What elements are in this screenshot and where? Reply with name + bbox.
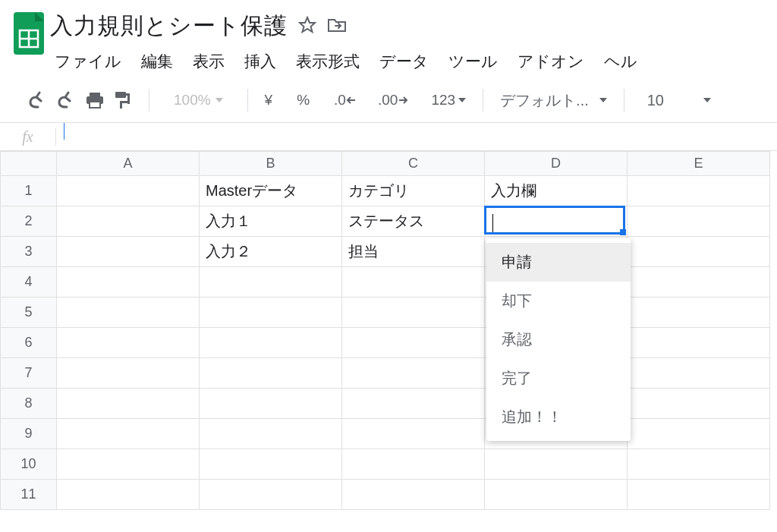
chevron-down-icon xyxy=(458,98,466,102)
dropdown-item[interactable]: 追加！！ xyxy=(486,398,631,436)
redo-icon[interactable] xyxy=(56,91,77,109)
row-header-11[interactable]: 11 xyxy=(1,480,57,510)
table-row: 11 xyxy=(1,480,770,510)
menu-view[interactable]: 表示 xyxy=(193,51,225,72)
cell-A1[interactable] xyxy=(57,176,200,206)
cell-E1[interactable] xyxy=(628,176,770,206)
zoom-select[interactable]: 100% xyxy=(174,92,223,109)
column-header-C[interactable]: C xyxy=(342,152,485,176)
sheets-logo[interactable] xyxy=(8,6,50,61)
menu-data[interactable]: データ xyxy=(379,51,429,72)
menu-edit[interactable]: 編集 xyxy=(141,51,173,72)
row-header-9[interactable]: 9 xyxy=(1,419,57,449)
cell-C2[interactable]: ステータス xyxy=(342,206,485,237)
row-header-8[interactable]: 8 xyxy=(1,389,57,419)
cell-B8[interactable] xyxy=(200,389,342,419)
cell-D1[interactable]: 入力欄 xyxy=(485,176,628,206)
cell-B3[interactable]: 入力２ xyxy=(200,237,342,267)
row-header-5[interactable]: 5 xyxy=(1,297,57,328)
cell-C8[interactable] xyxy=(342,389,485,419)
cell-D11[interactable] xyxy=(485,480,628,510)
cell-B6[interactable] xyxy=(200,328,342,358)
menu-addons[interactable]: アドオン xyxy=(517,51,584,72)
cell-E4[interactable] xyxy=(628,267,770,297)
cell-B11[interactable] xyxy=(200,480,342,510)
cell-B5[interactable] xyxy=(200,297,342,328)
cell-A6[interactable] xyxy=(57,328,200,358)
dropdown-item[interactable]: 却下 xyxy=(486,282,631,320)
print-icon[interactable] xyxy=(85,91,105,109)
star-icon[interactable] xyxy=(298,16,316,37)
cell-E9[interactable] xyxy=(628,419,770,449)
menu-insert[interactable]: 挿入 xyxy=(244,51,276,72)
cell-A5[interactable] xyxy=(57,297,200,328)
cell-A9[interactable] xyxy=(57,419,200,449)
row-header-1[interactable]: 1 xyxy=(1,176,57,206)
cell-A8[interactable] xyxy=(57,389,200,419)
dropdown-item[interactable]: 承認 xyxy=(486,320,631,359)
undo-icon[interactable] xyxy=(27,91,49,109)
cell-E11[interactable] xyxy=(628,480,770,510)
increase-decimal-button[interactable]: .00 xyxy=(378,92,408,109)
cell-D10[interactable] xyxy=(485,449,628,480)
cell-C11[interactable] xyxy=(342,480,485,510)
dropdown-item[interactable]: 申請 xyxy=(486,243,631,282)
cell-E3[interactable] xyxy=(628,237,770,267)
document-title[interactable]: 入力規則とシート保護 xyxy=(50,11,288,42)
column-header-B[interactable]: B xyxy=(200,152,342,176)
cell-C5[interactable] xyxy=(342,297,485,328)
column-header-D[interactable]: D xyxy=(485,152,628,176)
separator xyxy=(247,89,248,112)
number-format-select[interactable]: 123 xyxy=(431,92,466,109)
cell-E10[interactable] xyxy=(628,449,770,480)
cell-D2[interactable] xyxy=(485,206,628,237)
cell-E8[interactable] xyxy=(628,389,770,419)
menu-help[interactable]: ヘル xyxy=(604,51,637,72)
cell-E7[interactable] xyxy=(628,358,770,389)
table-row: 1 Masterデータ カテゴリ 入力欄 xyxy=(1,176,770,206)
dropdown-item[interactable]: 完了 xyxy=(486,359,631,398)
select-all-corner[interactable] xyxy=(1,152,57,176)
cell-A2[interactable] xyxy=(57,206,200,237)
menu-format[interactable]: 表示形式 xyxy=(296,51,360,72)
cell-E2[interactable] xyxy=(628,206,770,237)
cell-C6[interactable] xyxy=(342,328,485,358)
column-header-A[interactable]: A xyxy=(57,152,200,176)
row-header-7[interactable]: 7 xyxy=(1,358,57,389)
cell-C9[interactable] xyxy=(342,419,485,449)
cell-E6[interactable] xyxy=(628,328,770,358)
row-header-2[interactable]: 2 xyxy=(1,206,57,237)
cell-A11[interactable] xyxy=(57,480,200,510)
formula-input[interactable] xyxy=(56,123,777,150)
move-folder-icon[interactable] xyxy=(327,17,347,36)
cell-B9[interactable] xyxy=(200,419,342,449)
font-size-select[interactable]: 10 xyxy=(647,92,711,109)
row-header-10[interactable]: 10 xyxy=(1,449,57,480)
cell-B4[interactable] xyxy=(200,267,342,297)
column-header-E[interactable]: E xyxy=(628,152,770,176)
paint-format-icon[interactable] xyxy=(112,90,132,110)
cell-C1[interactable]: カテゴリ xyxy=(342,176,485,206)
cell-B7[interactable] xyxy=(200,358,342,389)
cell-C7[interactable] xyxy=(342,358,485,389)
row-header-4[interactable]: 4 xyxy=(1,267,57,297)
decrease-decimal-button[interactable]: .0 xyxy=(334,92,357,109)
cell-A3[interactable] xyxy=(57,237,200,267)
cell-E5[interactable] xyxy=(628,297,770,328)
cell-B2[interactable]: 入力１ xyxy=(200,206,342,237)
cell-A4[interactable] xyxy=(57,267,200,297)
menu-file[interactable]: ファイル xyxy=(55,51,121,72)
cell-C10[interactable] xyxy=(342,449,485,480)
cell-B1[interactable]: Masterデータ xyxy=(200,176,342,206)
cell-C3[interactable]: 担当 xyxy=(342,237,485,267)
row-header-6[interactable]: 6 xyxy=(1,328,57,358)
font-select[interactable]: デフォルト... xyxy=(500,90,607,111)
menu-tools[interactable]: ツール xyxy=(448,51,498,72)
row-header-3[interactable]: 3 xyxy=(1,237,57,267)
cell-A10[interactable] xyxy=(57,449,200,480)
cell-C4[interactable] xyxy=(342,267,485,297)
cell-B10[interactable] xyxy=(200,449,342,480)
cell-A7[interactable] xyxy=(57,358,200,389)
format-currency-button[interactable]: ¥ xyxy=(265,92,273,109)
format-percent-button[interactable]: % xyxy=(297,92,310,109)
